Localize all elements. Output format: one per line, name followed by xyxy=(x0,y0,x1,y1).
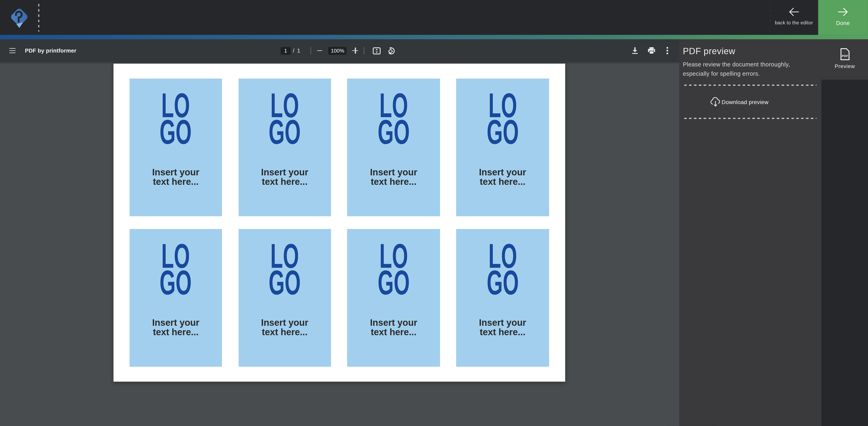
zoom-in-icon[interactable] xyxy=(352,47,358,54)
back-to-editor-button[interactable]: back to the editor xyxy=(770,0,818,35)
logo-text: LOGO xyxy=(378,92,410,145)
logo-text: LOGO xyxy=(160,92,192,145)
label-card: LOGO Insert yourtext here... xyxy=(347,78,440,216)
tab-preview[interactable]: PDF Preview xyxy=(822,39,868,79)
zoom-out-icon[interactable] xyxy=(317,50,322,51)
page-separator: / xyxy=(293,47,294,54)
logo-text: LOGO xyxy=(269,242,301,296)
panel-title: PDF preview xyxy=(683,46,817,56)
page-number-input[interactable]: 1 xyxy=(281,47,290,54)
print-icon[interactable] xyxy=(648,47,655,54)
toolbar-separator xyxy=(364,47,365,54)
done-label: Done xyxy=(836,20,850,26)
arrow-left-icon xyxy=(788,6,800,18)
card-placeholder-text: Insert yourtext here... xyxy=(152,318,199,337)
more-options-icon[interactable] xyxy=(665,47,670,55)
main-row: PDF by printformer 1 / 1 100% xyxy=(0,39,868,426)
label-card: LOGO Insert yourtext here... xyxy=(238,229,331,366)
download-icon[interactable] xyxy=(632,47,638,54)
arrow-right-icon xyxy=(837,6,849,18)
toolbar-separator xyxy=(311,47,311,54)
svg-text:PDF: PDF xyxy=(842,54,848,58)
right-rail: PDF Preview xyxy=(822,39,868,426)
logo-text: LOGO xyxy=(378,242,410,296)
card-placeholder-text: Insert yourtext here... xyxy=(479,167,526,187)
dashed-separator xyxy=(684,118,817,119)
page-total: 1 xyxy=(297,47,300,54)
logo-text: LOGO xyxy=(487,242,519,296)
label-card: LOGO Insert yourtext here... xyxy=(456,78,549,216)
card-placeholder-text: Insert yourtext here... xyxy=(261,318,308,337)
progress-bar xyxy=(0,35,868,39)
cloud-download-icon xyxy=(709,96,721,108)
rotate-icon[interactable] xyxy=(388,47,395,54)
card-placeholder-text: Insert yourtext here... xyxy=(261,167,308,187)
label-card: LOGO Insert yourtext here... xyxy=(456,229,549,366)
label-card: LOGO Insert yourtext here... xyxy=(347,229,440,366)
download-preview-label: Download preview xyxy=(721,99,769,105)
logo-text: LOGO xyxy=(269,92,301,145)
pdf-file-icon: PDF xyxy=(840,48,850,60)
pdf-title: PDF by printformer xyxy=(25,47,76,54)
logo-text: LOGO xyxy=(487,92,519,145)
printformer-logo-icon xyxy=(8,6,30,28)
card-placeholder-text: Insert yourtext here... xyxy=(370,167,417,187)
fit-to-page-icon[interactable] xyxy=(373,47,381,54)
download-preview-button[interactable]: Download preview xyxy=(683,86,817,118)
pdf-preview-panel: PDF preview Please review the document t… xyxy=(679,39,822,426)
zoom-level-value: 100% xyxy=(329,47,347,54)
label-card: LOGO Insert yourtext here... xyxy=(129,229,222,366)
card-placeholder-text: Insert yourtext here... xyxy=(152,167,199,187)
pdf-page: LOGO Insert yourtext here... LOGO Insert… xyxy=(114,64,565,381)
logo-text: LOGO xyxy=(160,242,192,296)
label-card: LOGO Insert yourtext here... xyxy=(238,78,331,216)
back-to-editor-label: back to the editor xyxy=(775,20,813,25)
menu-icon[interactable] xyxy=(9,48,16,53)
document-area: LOGO Insert yourtext here... LOGO Insert… xyxy=(0,62,679,426)
card-placeholder-text: Insert yourtext here... xyxy=(479,318,526,337)
pdf-viewer-toolbar: PDF by printformer 1 / 1 100% xyxy=(0,39,679,62)
top-bar: back to the editor Done xyxy=(0,0,868,35)
done-button[interactable]: Done xyxy=(818,0,868,35)
topbar-divider xyxy=(38,4,39,31)
preview-tab-label: Preview xyxy=(835,63,855,69)
card-placeholder-text: Insert yourtext here... xyxy=(370,318,417,337)
panel-description: Please review the document thoroughly, e… xyxy=(683,60,817,78)
label-card: LOGO Insert yourtext here... xyxy=(129,78,222,216)
pdf-viewer: PDF by printformer 1 / 1 100% xyxy=(0,39,679,426)
